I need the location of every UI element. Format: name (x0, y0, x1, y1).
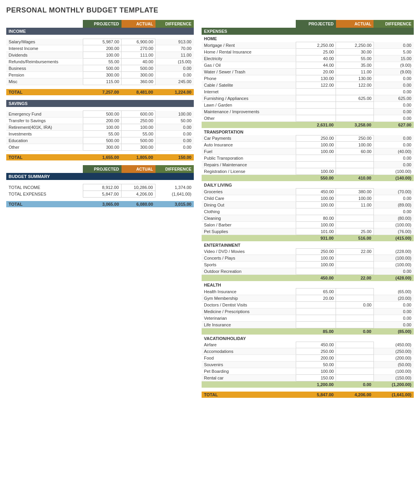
health-total-row: 85.00 0.00 (85.00) (202, 328, 414, 335)
exp-row-sports: Sports 100.00 (100.00) (202, 262, 414, 268)
entertainment-total-row: 450.00 22.00 (428.00) (202, 275, 414, 281)
vacation-header: VACATION/HOLIDAY (202, 335, 414, 342)
col-difference-header: DIFFERENCE (155, 20, 194, 28)
summary-col-projected: PROJECTED (83, 165, 121, 173)
exp-row-food: Food 200.00 (200.00) (202, 355, 414, 362)
savings-section-header: SAVINGS (6, 100, 194, 107)
page-title: PERSONAL MONTHLY BUDGET TEMPLATE (6, 6, 414, 14)
income-row-pension: Pension 300.00 300.00 0.00 (6, 72, 194, 78)
savings-table: SAVINGS Emergency Fund 500.00 600.00 100… (6, 100, 194, 161)
health-header: HEALTH (202, 281, 414, 289)
exp-row-furnishing: Furnishing / Appliances 625.00 625.00 (202, 95, 414, 102)
exp-row-life-insurance: Life Insurance 0.00 (202, 321, 414, 328)
savings-row-emergency: Emergency Fund 500.00 600.00 100.00 (6, 111, 194, 118)
exp-row-car-payments: Car Payments 250.00 250.00 0.00 (202, 135, 414, 142)
income-row-business: Business 500.00 500.00 0.00 (6, 65, 194, 72)
exp-row-groceries: Groceries 450.00 380.00 (70.00) (202, 189, 414, 195)
exp-row-health-insurance: Health Insurance 65.00 (65.00) (202, 289, 414, 295)
exp-row-video: Video / DVD / Movies 250.00 22.00 (228.0… (202, 248, 414, 255)
summary-grand-total: TOTAL 3,065.00 6,080.00 3,015.00 (6, 201, 194, 207)
savings-row-other: Other 300.00 300.00 0.00 (6, 144, 194, 150)
col-projected-header: PROJECTED (83, 20, 121, 28)
income-row-salary: Salary/Wages 5,987.00 6,900.00 913.00 (6, 39, 194, 45)
exp-row-public-transport: Public Transporation 0.00 (202, 155, 414, 162)
summary-col-actual: ACTUAL (122, 165, 155, 173)
exp-row-repairs: Repairs / Maintenance 0.00 (202, 162, 414, 168)
exp-row-salon: Salon / Barber 100.00 (100.00) (202, 221, 414, 228)
exp-row-souvenirs: Souvenirs 50.00 (50.00) (202, 362, 414, 368)
exp-row-electricity: Electricity 40.00 55.00 15.00 (202, 55, 414, 62)
exp-row-pet-boarding: Pet Boarding 100.00 (100.00) (202, 368, 414, 375)
exp-row-airfare: Airfare 450.00 (450.00) (202, 342, 414, 348)
exp-row-maintenance: Maintenance / Improvements 0.00 (202, 108, 414, 115)
exp-row-gas: Gas / Oil 44.00 35.00 (9.00) (202, 62, 414, 68)
exp-row-mortgage: Mortgage / Rent 2,250.00 2,250.00 0.00 (202, 42, 414, 49)
entertainment-header: ENTERTAINMENT (202, 241, 414, 249)
exp-row-water: Water / Sewer / Trash 20.00 11.00 (9.00) (202, 68, 414, 75)
exp-row-lawn: Lawn / Garden 0.00 (202, 102, 414, 108)
exp-row-auto-insurance: Auto Insurance 100.00 100.00 0.00 (202, 142, 414, 148)
savings-row-retirement: Retirement(401K, IRA) 100.00 100.00 0.00 (6, 124, 194, 130)
exp-row-rental-car: Rental car 150.00 (150.00) (202, 375, 414, 381)
budget-summary-table: PROJECTED ACTUAL DIFFERENCE BUDGET SUMMA… (6, 165, 194, 207)
right-column: PROJECTED ACTUAL DIFFERENCE EXPENSES HOM… (202, 20, 414, 402)
exp-row-clothing: Clothing 0.00 (202, 208, 414, 215)
col-actual-header: ACTUAL (122, 20, 155, 28)
income-row-dividends: Dividends 100.00 111.00 11.00 (6, 52, 194, 59)
savings-row-investments: Investments 55.00 55.00 0.00 (6, 130, 194, 137)
exp-row-fuel: Fuel 100.00 60.00 (40.00) (202, 148, 414, 155)
summary-col-difference: DIFFERENCE (155, 165, 194, 173)
exp-row-cleaning: Cleaning 80.00 (80.00) (202, 215, 414, 221)
income-row-refunds: Refunds/Reimbursements 55.00 40.00 (15.0… (6, 59, 194, 65)
exp-row-medicine: Medicine / Prescriptions 0.00 (202, 308, 414, 315)
budget-summary-header: BUDGET SUMMARY (6, 173, 194, 180)
income-table: PROJECTED ACTUAL DIFFERENCE INCOME Salar… (6, 20, 194, 95)
summary-total-expenses: TOTAL EXPENSES 5,847.00 4,206.00 (1,641.… (6, 191, 194, 197)
summary-total-income: TOTAL INCOME 8,912.00 10,286.00 1,374.00 (6, 184, 194, 191)
home-total-row: 2,631.00 3,258.00 627.00 (202, 121, 414, 128)
transportation-total-row: 550.00 410.00 (140.00) (202, 175, 414, 182)
exp-row-registration: Registration / License 100.00 (100.00) (202, 168, 414, 175)
income-row-misc: Misc 115.00 360.00 245.00 (6, 78, 194, 85)
main-layout: PROJECTED ACTUAL DIFFERENCE INCOME Salar… (6, 20, 414, 402)
exp-row-vet: Veterinarian 0.00 (202, 315, 414, 321)
exp-row-accommodations: Accomodations 250.00 (250.00) (202, 348, 414, 355)
exp-row-doctors: Doctors / Dentist Visits 0.00 0.00 (202, 301, 414, 308)
exp-row-gym: Gym Membership 20.00 (20.00) (202, 295, 414, 301)
exp-row-childcare: Child Care 100.00 100.00 0.00 (202, 195, 414, 201)
exp-row-phone: Phone 130.00 130.00 0.00 (202, 75, 414, 82)
exp-col-projected: PROJECTED (296, 20, 336, 28)
expenses-grand-total-row: TOTAL 5,847.00 4,206.00 (1,641.00) (202, 392, 414, 398)
exp-row-internet: Internet 0.00 (202, 88, 414, 95)
exp-row-pet-supplies: Pet Supplies 101.00 25.00 (76.00) (202, 228, 414, 235)
exp-row-concerts: Concerts / Plays 100.00 (100.00) (202, 255, 414, 262)
expenses-section-header: EXPENSES (202, 28, 414, 35)
exp-row-cable: Cable / Satelite 122.00 122.00 0.00 (202, 82, 414, 88)
expenses-table: PROJECTED ACTUAL DIFFERENCE EXPENSES HOM… (202, 20, 414, 398)
exp-row-home-insurance: Home / Rental Insurance 25.00 30.00 5.00 (202, 48, 414, 55)
exp-col-actual: ACTUAL (336, 20, 374, 28)
savings-row-transfer: Transfer to Savings 200.00 250.00 50.00 (6, 117, 194, 124)
income-row-interest: Interest Income 200.00 270.00 70.00 (6, 45, 194, 52)
income-section-header: INCOME (6, 28, 194, 35)
exp-col-difference: DIFFERENCE (374, 20, 414, 28)
exp-row-outdoor: Outdoor Recreation 0.00 (202, 268, 414, 275)
vacation-total-row: 1,200.00 0.00 (1,200.00) (202, 381, 414, 388)
exp-row-other-home: Other 0.00 (202, 115, 414, 121)
savings-total-row: TOTAL 1,655.00 1,805.00 150.00 (6, 154, 194, 160)
daily-living-total-row: 931.00 516.00 (415.00) (202, 235, 414, 241)
savings-row-education: Education 500.00 500.00 0.00 (6, 137, 194, 144)
exp-row-dining-out: Dining Out 100.00 11.00 (89.00) (202, 201, 414, 208)
transportation-header: TRANSPORTATION (202, 128, 414, 135)
income-total-row: TOTAL 7,257.00 8,481.00 1,224.00 (6, 89, 194, 95)
daily-living-header: DAILY LIVING (202, 181, 414, 189)
home-category-header: HOME (202, 35, 414, 42)
left-column: PROJECTED ACTUAL DIFFERENCE INCOME Salar… (6, 20, 194, 212)
